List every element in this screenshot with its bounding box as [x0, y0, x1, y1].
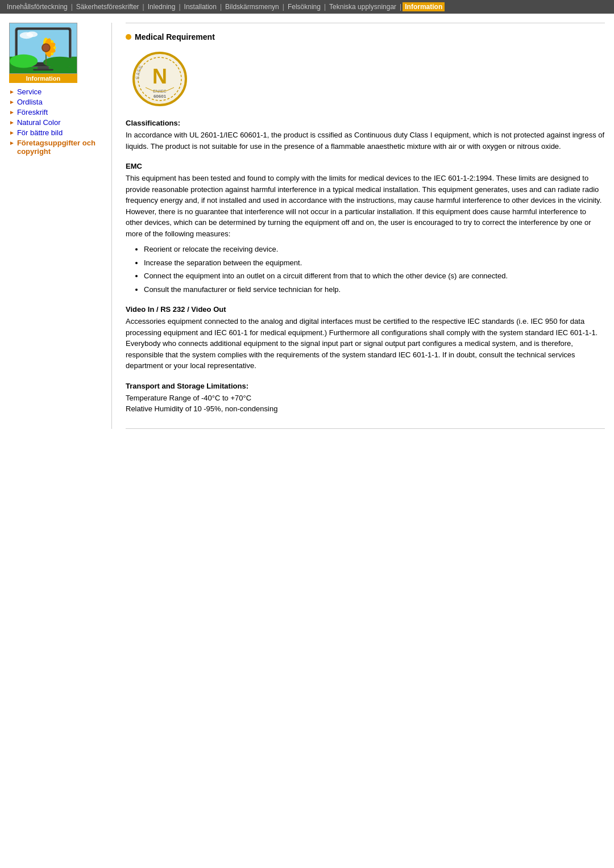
emc-bullet-1: Reorient or relocate the receiving devic…	[144, 244, 605, 255]
main-layout: Information ► Service ► Ordlista ► Föres…	[0, 14, 614, 438]
section-bullet	[126, 34, 131, 40]
svg-rect-20	[33, 69, 53, 70]
emc-bullet-3: Connect the equipment into an outlet on …	[144, 270, 605, 282]
emc-text: This equipment has been tested and found…	[126, 173, 605, 239]
nav-sep-7: |	[399, 3, 403, 11]
section-title: Medical Requirement	[126, 32, 605, 41]
content-area: Medical Requirement SAFE N EN/IEC 60601	[111, 23, 605, 429]
arrow-icon-battre-bild: ►	[9, 130, 15, 136]
safety-logo-container: SAFE N EN/IEC 60601	[126, 51, 194, 107]
emc-title: EMC	[126, 162, 605, 170]
sidebar-link-battre-bild[interactable]: För bättre bild	[17, 128, 63, 137]
transport-title: Transport and Storage Limitations:	[126, 382, 605, 390]
sidebar-link-natural-color[interactable]: Natural Color	[17, 118, 61, 127]
top-rule	[126, 23, 605, 23]
emc-section: EMC This equipment has been tested and f…	[126, 162, 605, 295]
nav-item-felsokning[interactable]: Felsökning	[285, 2, 323, 11]
sidebar-item-battre-bild[interactable]: ► För bättre bild	[9, 128, 111, 137]
nav-item-installation[interactable]: Installation	[182, 2, 219, 11]
sidebar-link-service[interactable]: Service	[17, 87, 42, 96]
classifications-text: In accordance with UL 2601-1/IEC 60601-1…	[126, 130, 605, 152]
arrow-icon-ordlista: ►	[9, 99, 15, 105]
sidebar-item-foreskrift[interactable]: ► Föreskrift	[9, 108, 111, 116]
nav-sep-2: |	[142, 3, 146, 11]
sidebar-link-foreskrift[interactable]: Föreskrift	[17, 108, 48, 116]
video-section: Video In / RS 232 / Video Out Accessorie…	[126, 305, 605, 372]
svg-point-7	[43, 57, 77, 68]
section-title-text: Medical Requirement	[135, 32, 215, 41]
sidebar-item-foretagsuppgifter[interactable]: ► Företagsuppgifter och copyright	[9, 139, 111, 156]
transport-text2: Relative Humidity of 10 -95%, non-conden…	[126, 403, 605, 415]
nav-sep-4: |	[219, 3, 223, 11]
sidebar-monitor-image	[9, 23, 77, 74]
sidebar-label: Information	[9, 74, 77, 83]
video-text: Accessories equipment connected to the a…	[126, 316, 605, 372]
classifications-section: Classifications: In accordance with UL 2…	[126, 119, 605, 152]
nav-sep-3: |	[177, 3, 181, 11]
nav-item-information[interactable]: Information	[403, 2, 445, 11]
video-title: Video In / RS 232 / Video Out	[126, 305, 605, 314]
nav-bar: Innehållsförteckning | Säkerhetsföreskri…	[0, 0, 614, 14]
sidebar-item-ordlista[interactable]: ► Ordlista	[9, 98, 111, 106]
transport-section: Transport and Storage Limitations: Tempe…	[126, 382, 605, 415]
arrow-icon-natural-color: ►	[9, 119, 15, 126]
nav-item-sakerhet[interactable]: Säkerhetsföreskrifter	[74, 2, 142, 11]
nav-sep-1: |	[70, 3, 74, 11]
svg-text:60601: 60601	[154, 94, 167, 99]
safety-badge-svg: SAFE N EN/IEC 60601	[131, 51, 188, 107]
emc-bullet-4: Consult the manufacturer or field servic…	[144, 284, 605, 295]
emc-bullet-list: Reorient or relocate the receiving devic…	[144, 244, 605, 295]
sunflower-illustration	[10, 23, 77, 74]
transport-text1: Temperature Range of -40°C to +70°C	[126, 393, 605, 404]
arrow-icon-foreskrift: ►	[9, 109, 15, 115]
nav-sep-5: |	[281, 3, 285, 11]
svg-text:N: N	[152, 65, 167, 88]
nav-sep-6: |	[323, 3, 327, 11]
sidebar-link-ordlista[interactable]: Ordlista	[17, 98, 43, 106]
sidebar-link-foretagsuppgifter[interactable]: Företagsuppgifter och copyright	[17, 139, 111, 156]
emc-bullet-2: Increase the separation between the equi…	[144, 257, 605, 269]
svg-point-18	[43, 44, 49, 51]
sidebar-item-service[interactable]: ► Service	[9, 87, 111, 96]
nav-item-inledning[interactable]: Inledning	[146, 2, 178, 11]
bottom-rule	[126, 428, 605, 429]
nav-item-tekniska[interactable]: Tekniska upplysningar	[327, 2, 399, 11]
sidebar-nav-links: ► Service ► Ordlista ► Föreskrift ► Natu…	[9, 87, 111, 156]
sidebar-item-natural-color[interactable]: ► Natural Color	[9, 118, 111, 127]
svg-point-5	[27, 32, 38, 37]
classifications-title: Classifications:	[126, 119, 605, 127]
arrow-icon-foretagsuppgifter: ►	[9, 140, 15, 146]
sidebar: Information ► Service ► Ordlista ► Föres…	[9, 23, 111, 429]
nav-item-innehall[interactable]: Innehållsförteckning	[5, 2, 70, 11]
nav-item-bildskarm[interactable]: Bildskärmsmenyn	[223, 2, 281, 11]
svg-point-6	[10, 55, 38, 68]
arrow-icon-service: ►	[9, 89, 15, 95]
